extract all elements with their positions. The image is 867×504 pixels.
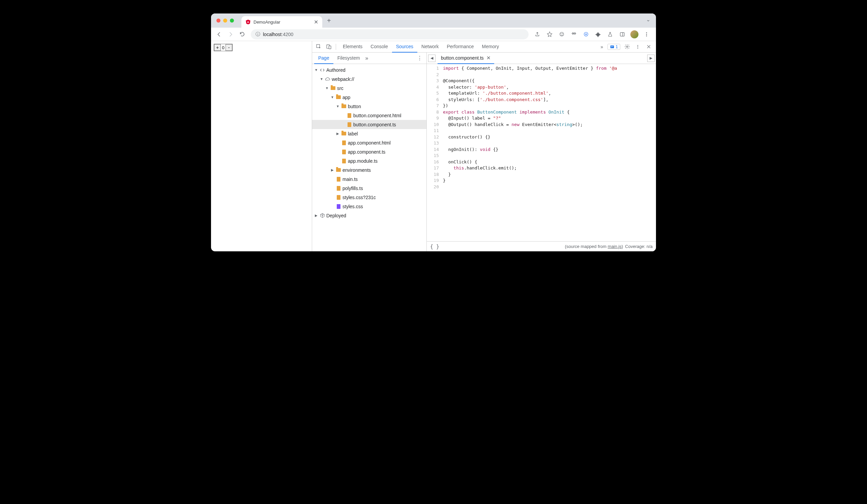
devtools-menu-icon[interactable] [634, 43, 642, 51]
tree-label-folder[interactable]: ▶label [312, 129, 426, 138]
svg-point-5 [572, 33, 574, 34]
line-gutter: 1234567891011121314151617181920 [427, 64, 442, 241]
inspect-element-icon[interactable] [314, 42, 323, 51]
file-icon [341, 149, 346, 155]
svg-rect-18 [611, 46, 613, 46]
increment-button[interactable]: + [214, 44, 221, 51]
tree-file[interactable]: ▶styles.css [312, 202, 426, 211]
close-window-button[interactable] [216, 19, 221, 23]
labs-icon[interactable] [606, 30, 615, 39]
tree-file[interactable]: ▶button.component.html [312, 111, 426, 120]
back-button[interactable] [214, 30, 224, 39]
code-icon [320, 67, 325, 73]
devtools-panel: ElementsConsoleSourcesNetworkPerformance… [312, 41, 656, 251]
file-icon [346, 113, 352, 118]
tree-webpack[interactable]: ▼webpack:// [312, 75, 426, 84]
url-port: :4200 [281, 32, 293, 37]
svg-point-23 [638, 47, 638, 48]
tree-file[interactable]: ▶app.component.ts [312, 147, 426, 156]
tree-deployed[interactable]: ▶Deployed [312, 211, 426, 220]
devtools-tab-performance[interactable]: Performance [442, 41, 478, 53]
sources-panel: Page Filesystem » ⋮ ▼Authored ▼webpack:/… [312, 53, 656, 251]
address-bar: ⓘ localhost:4200 [211, 28, 656, 41]
sources-navigator: Page Filesystem » ⋮ ▼Authored ▼webpack:/… [312, 53, 427, 251]
share-icon[interactable] [533, 30, 542, 39]
devtools-tab-sources[interactable]: Sources [392, 41, 417, 53]
svg-rect-9 [620, 32, 624, 36]
tree-file[interactable]: ▶app.module.ts [312, 156, 426, 165]
nav-tab-filesystem[interactable]: Filesystem [333, 53, 364, 64]
tree-file[interactable]: ▶app.component.html [312, 138, 426, 147]
page-viewport: + 0 - [211, 41, 312, 251]
file-icon [336, 195, 341, 200]
file-tree: ▼Authored ▼webpack:// ▼src ▼app ▼button … [312, 64, 426, 251]
svg-rect-19 [611, 47, 613, 47]
issues-badge[interactable]: 1 [608, 44, 620, 50]
pretty-print-icon[interactable]: { } [430, 244, 439, 250]
profile-avatar[interactable] [630, 30, 639, 39]
close-devtools-icon[interactable] [644, 43, 653, 51]
editor-tab[interactable]: button.component.ts ✕ [438, 53, 494, 64]
close-editor-tab-icon[interactable]: ✕ [486, 55, 491, 61]
issues-count: 1 [616, 44, 618, 49]
toggle-debugger-icon[interactable]: ▶ [647, 55, 655, 62]
device-mode-icon[interactable] [324, 42, 333, 51]
source-mapped-label: (source mapped from main.js) [565, 244, 623, 249]
devtools-tab-console[interactable]: Console [366, 41, 392, 53]
nav-tab-page[interactable]: Page [314, 53, 333, 64]
forward-button[interactable] [226, 30, 235, 39]
site-info-icon[interactable]: ⓘ [256, 31, 260, 37]
counter-widget: + 0 - [214, 44, 233, 51]
tree-file[interactable]: ▶main.ts [312, 175, 426, 184]
window-controls [214, 19, 238, 23]
extensions-icon[interactable] [593, 30, 603, 39]
devtools-toolbar: ElementsConsoleSourcesNetworkPerformance… [312, 41, 656, 53]
svg-text:A: A [247, 21, 249, 24]
svg-point-12 [646, 34, 647, 35]
bookmark-icon[interactable] [545, 30, 554, 39]
reload-button[interactable] [237, 30, 247, 39]
url-input[interactable]: ⓘ localhost:4200 [251, 29, 528, 40]
code-editor[interactable]: 1234567891011121314151617181920 import {… [427, 64, 656, 241]
tree-src[interactable]: ▼src [312, 84, 426, 92]
tree-file-selected[interactable]: ▶button.component.ts [312, 120, 426, 129]
devtools-tab-memory[interactable]: Memory [478, 41, 503, 53]
nav-menu-icon[interactable]: ⋮ [415, 55, 425, 61]
browser-menu-icon[interactable] [642, 30, 651, 39]
more-tabs-icon[interactable]: » [597, 42, 606, 51]
toggle-navigator-icon[interactable]: ◀ [428, 55, 436, 62]
tree-button-folder[interactable]: ▼button [312, 102, 426, 111]
side-panel-icon[interactable] [618, 30, 627, 39]
tree-authored[interactable]: ▼Authored [312, 65, 426, 75]
minimize-window-button[interactable] [223, 19, 227, 23]
devtools-tab-network[interactable]: Network [417, 41, 442, 53]
extension-icon-2[interactable] [569, 30, 578, 39]
deployed-icon [320, 213, 325, 218]
nav-more-tabs-icon[interactable]: » [365, 55, 368, 61]
svg-point-13 [646, 35, 647, 36]
settings-icon[interactable] [623, 43, 631, 51]
code-content[interactable]: import { Component, OnInit, Input, Outpu… [442, 64, 656, 241]
tree-environments-folder[interactable]: ▶environments [312, 165, 426, 175]
extension-icon-3[interactable] [581, 30, 591, 39]
file-icon [341, 140, 346, 145]
svg-point-21 [638, 45, 638, 45]
browser-tabbar: A DemoAngular ✕ + [211, 13, 656, 28]
close-tab-button[interactable]: ✕ [314, 19, 318, 25]
folder-icon [330, 86, 336, 91]
svg-point-4 [562, 33, 563, 34]
devtools-tab-elements[interactable]: Elements [339, 41, 366, 53]
extension-icon-1[interactable] [557, 30, 566, 39]
decrement-button[interactable]: - [225, 44, 232, 51]
new-tab-button[interactable]: + [322, 17, 336, 25]
file-icon [336, 176, 341, 182]
browser-tab[interactable]: A DemoAngular ✕ [242, 16, 322, 28]
file-icon [336, 186, 341, 191]
tree-file[interactable]: ▶styles.css?231c [312, 193, 426, 202]
maximize-window-button[interactable] [230, 19, 234, 23]
tree-app[interactable]: ▼app [312, 92, 426, 102]
tree-file[interactable]: ▶polyfills.ts [312, 184, 426, 193]
browser-window: A DemoAngular ✕ + ⓘ localhost:4200 [211, 13, 656, 251]
tab-dropdown-button[interactable] [641, 18, 656, 23]
source-map-link[interactable]: main.js [608, 244, 622, 249]
